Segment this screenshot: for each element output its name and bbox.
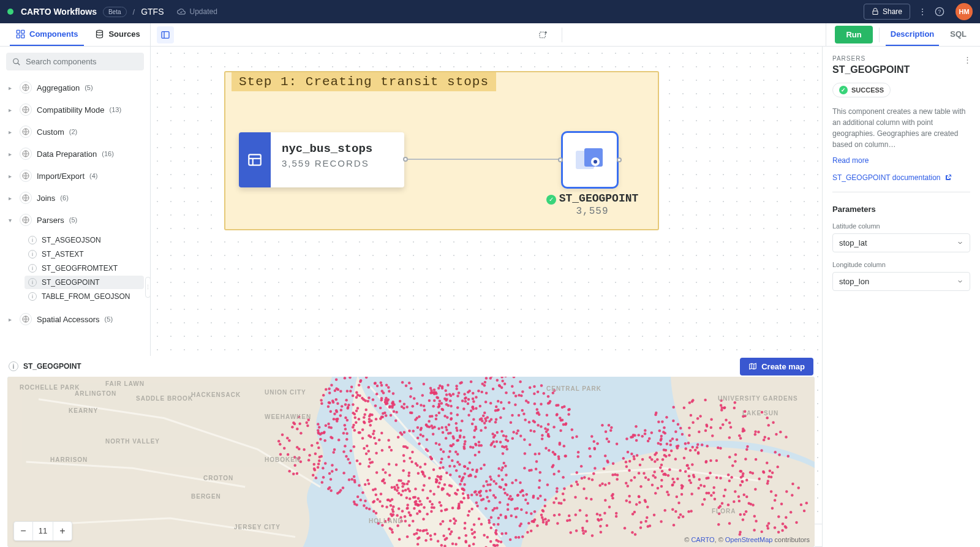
source-node[interactable]: nyc_bus_stops 3,559 RECORDS xyxy=(239,132,404,187)
svg-point-1083 xyxy=(601,483,603,485)
svg-point-139 xyxy=(455,427,458,429)
svg-point-856 xyxy=(413,496,416,499)
sidebar-category[interactable]: ▸Data Preparation (16) xyxy=(6,144,144,164)
right-tab-sql[interactable]: SQL xyxy=(945,23,971,46)
svg-point-670 xyxy=(340,409,342,411)
map-zoom-in-button[interactable]: + xyxy=(53,522,72,540)
map-label: ROCHELLE PARK xyxy=(20,384,80,391)
svg-point-1180 xyxy=(576,483,579,486)
run-button[interactable]: Run xyxy=(835,26,872,43)
svg-point-1115 xyxy=(511,497,513,500)
svg-point-996 xyxy=(630,479,632,481)
svg-point-30 xyxy=(475,407,477,409)
create-map-button[interactable]: Create map xyxy=(740,358,813,375)
svg-point-754 xyxy=(486,483,489,486)
svg-point-633 xyxy=(371,413,373,416)
svg-point-1345 xyxy=(683,407,685,409)
chevron-right-icon: ▸ xyxy=(9,316,15,323)
sidebar-item[interactable]: iST_GEOGPOINT xyxy=(24,276,144,289)
sidebar-category[interactable]: ▸Import/Export (4) xyxy=(6,166,144,186)
map-zoom-out-button[interactable]: − xyxy=(14,522,32,540)
input-port[interactable] xyxy=(558,157,563,162)
read-more-link[interactable]: Read more xyxy=(832,156,869,165)
svg-point-1002 xyxy=(508,497,510,500)
svg-point-194 xyxy=(365,507,368,509)
sidebar-item[interactable]: iST_ASGEOJSON xyxy=(24,233,144,247)
svg-point-402 xyxy=(388,473,391,476)
svg-point-968 xyxy=(584,530,587,532)
svg-point-332 xyxy=(317,423,319,425)
svg-point-1173 xyxy=(644,429,646,432)
sidebar-category[interactable]: ▸Spatial Accessors (5) xyxy=(6,309,144,329)
svg-point-551 xyxy=(500,401,502,404)
group-title[interactable]: Step 1: Creating transit stops xyxy=(232,72,496,91)
svg-point-1365 xyxy=(782,522,784,525)
sidebar-item[interactable]: iST_GEOGFROMTEXT xyxy=(24,262,144,275)
lon-select[interactable]: stop_lon xyxy=(832,272,970,291)
search-input[interactable]: Search components xyxy=(6,53,144,70)
add-frame-button[interactable] xyxy=(535,26,552,43)
svg-point-441 xyxy=(361,491,364,494)
share-button[interactable]: Share xyxy=(864,4,910,20)
component-node[interactable] xyxy=(561,131,619,189)
kebab-menu-button[interactable]: ⋮ xyxy=(916,7,929,17)
svg-point-1370 xyxy=(733,500,735,503)
svg-point-497 xyxy=(456,429,458,432)
sidebar-item[interactable]: iST_ASTEXT xyxy=(24,247,144,261)
svg-point-367 xyxy=(353,475,355,478)
svg-point-189 xyxy=(472,400,475,402)
svg-point-454 xyxy=(456,413,459,416)
svg-point-509 xyxy=(423,409,426,411)
map-label: KEARNY xyxy=(69,407,98,414)
svg-point-771 xyxy=(496,507,498,509)
svg-point-1106 xyxy=(564,455,567,457)
toggle-sidebar-button[interactable] xyxy=(157,26,174,43)
svg-point-469 xyxy=(529,429,532,432)
svg-point-1069 xyxy=(514,507,516,510)
svg-point-1403 xyxy=(760,530,763,533)
svg-point-1271 xyxy=(776,466,778,468)
svg-point-1044 xyxy=(579,509,581,511)
svg-point-1358 xyxy=(745,479,748,481)
svg-point-1134 xyxy=(707,492,710,494)
map-viewport[interactable]: ROCHELLE PARK FAIR LAWN SADDLE BROOK HAC… xyxy=(7,377,815,547)
svg-point-281 xyxy=(390,414,392,417)
sidebar-category[interactable]: ▸Joins (6) xyxy=(6,188,144,208)
svg-point-1300 xyxy=(703,498,706,500)
parameters-title: Parameters xyxy=(832,205,970,214)
breadcrumb[interactable]: GTFS xyxy=(141,7,164,17)
right-tab-description[interactable]: Description xyxy=(886,23,940,46)
tab-components[interactable]: Components xyxy=(10,23,84,46)
svg-point-307 xyxy=(417,472,420,474)
sidebar-category[interactable]: ▸Custom (2) xyxy=(6,122,144,141)
svg-point-685 xyxy=(350,386,353,388)
sidebar-category[interactable]: ▾Parsers (5) xyxy=(6,210,144,230)
svg-point-47 xyxy=(437,428,440,430)
tab-sources[interactable]: Sources xyxy=(89,23,146,46)
help-button[interactable]: ? xyxy=(935,7,947,17)
svg-point-665 xyxy=(391,406,393,409)
svg-point-423 xyxy=(458,391,460,394)
output-port[interactable] xyxy=(403,157,408,162)
svg-point-1422 xyxy=(277,440,280,442)
lat-select[interactable]: stop_lat xyxy=(832,233,970,252)
attribution-osm-link[interactable]: OpenStreetMap xyxy=(725,536,773,543)
svg-point-233 xyxy=(382,469,384,471)
svg-point-709 xyxy=(344,377,346,379)
svg-point-972 xyxy=(668,469,671,471)
svg-point-701 xyxy=(382,412,384,415)
sidebar-item[interactable]: iTABLE_FROM_GEOJSON xyxy=(24,290,144,303)
svg-point-316 xyxy=(444,508,447,511)
svg-point-419 xyxy=(333,418,335,420)
attribution-carto-link[interactable]: CARTO xyxy=(691,536,714,543)
doc-link[interactable]: ST_GEOGPOINT documentation xyxy=(832,173,970,182)
output-port[interactable] xyxy=(617,157,622,162)
sidebar-category[interactable]: ▸Compatibility Mode (13) xyxy=(6,100,144,119)
svg-point-1036 xyxy=(606,437,608,440)
avatar[interactable]: HM xyxy=(956,3,973,20)
sidebar-category[interactable]: ▸Aggregation (5) xyxy=(6,78,144,97)
svg-point-632 xyxy=(346,419,349,421)
right-panel-kebab[interactable]: ⋮ xyxy=(963,55,971,64)
sidebar-resize-handle[interactable]: ⋮ xyxy=(145,277,151,298)
chevron-down-icon xyxy=(957,278,963,285)
